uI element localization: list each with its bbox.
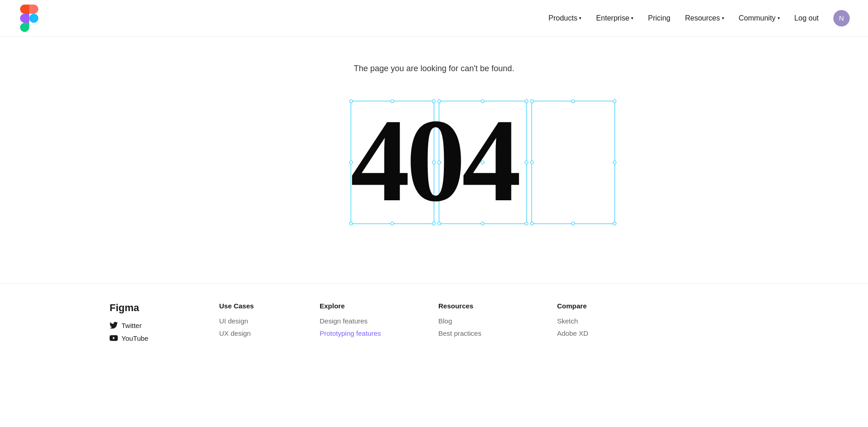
footer-use-cases-col: Use Cases UI design UX design: [219, 302, 301, 347]
selection-box-4-right: [531, 101, 615, 224]
footer-link-blog[interactable]: Blog: [438, 317, 539, 325]
nav-enterprise[interactable]: Enterprise ▾: [596, 14, 633, 22]
footer-use-cases-title: Use Cases: [219, 302, 301, 310]
nav-logout[interactable]: Log out: [794, 14, 819, 22]
header: Products ▾ Enterprise ▾ Pricing Resource…: [0, 0, 868, 36]
enterprise-arrow-icon: ▾: [631, 16, 633, 21]
selection-dot: [613, 222, 616, 225]
footer-link-prototyping-features[interactable]: Prototyping features: [320, 329, 420, 337]
logo[interactable]: [18, 5, 40, 32]
error-code: 404: [351, 101, 518, 219]
selection-dot: [525, 161, 528, 164]
footer-grid: Figma Twitter YouTube Use Cases UI desig…: [110, 302, 758, 347]
community-arrow-icon: ▾: [778, 16, 780, 21]
selection-dot: [530, 161, 534, 164]
nav-community[interactable]: Community ▾: [739, 14, 780, 22]
selection-dot: [571, 222, 575, 225]
footer-explore-title: Explore: [320, 302, 420, 310]
error-404-container: 404: [351, 101, 518, 219]
resources-arrow-icon: ▾: [722, 16, 724, 21]
nav-pricing[interactable]: Pricing: [648, 14, 670, 22]
selection-dot: [613, 99, 616, 103]
footer-compare-title: Compare: [557, 302, 639, 310]
footer-resources-title: Resources: [438, 302, 539, 310]
selection-dot: [530, 222, 534, 225]
footer-explore-col: Explore Design features Prototyping feat…: [320, 302, 420, 347]
footer-youtube-link[interactable]: YouTube: [110, 334, 201, 342]
footer-twitter-link[interactable]: Twitter: [110, 321, 201, 329]
nav-products[interactable]: Products ▾: [548, 14, 581, 22]
footer-link-best-practices[interactable]: Best practices: [438, 329, 539, 337]
footer-resources-col: Resources Blog Best practices: [438, 302, 539, 347]
selection-dot: [525, 99, 528, 103]
main-content: The page you are looking for can't be fo…: [0, 36, 868, 283]
nav-resources[interactable]: Resources ▾: [685, 14, 724, 22]
footer-link-ux-design[interactable]: UX design: [219, 329, 301, 337]
main-nav: Products ▾ Enterprise ▾ Pricing Resource…: [548, 10, 850, 26]
footer-link-design-features[interactable]: Design features: [320, 317, 420, 325]
selection-dot: [613, 161, 616, 164]
selection-dot: [530, 99, 534, 103]
twitter-icon: [110, 321, 118, 329]
youtube-icon: [110, 334, 118, 342]
footer-brand-col: Figma Twitter YouTube: [110, 302, 201, 347]
footer-brand-name: Figma: [110, 302, 201, 314]
footer-link-ui-design[interactable]: UI design: [219, 317, 301, 325]
products-arrow-icon: ▾: [579, 16, 581, 21]
selection-dot: [525, 222, 528, 225]
footer: Figma Twitter YouTube Use Cases UI desig…: [0, 283, 868, 374]
footer-link-sketch[interactable]: Sketch: [557, 317, 639, 325]
footer-compare-col: Compare Sketch Adobe XD: [557, 302, 639, 347]
selection-dot: [571, 99, 575, 103]
error-message: The page you are looking for can't be fo…: [354, 64, 515, 73]
user-avatar[interactable]: N: [833, 10, 850, 26]
footer-link-adobe-xd[interactable]: Adobe XD: [557, 329, 639, 337]
